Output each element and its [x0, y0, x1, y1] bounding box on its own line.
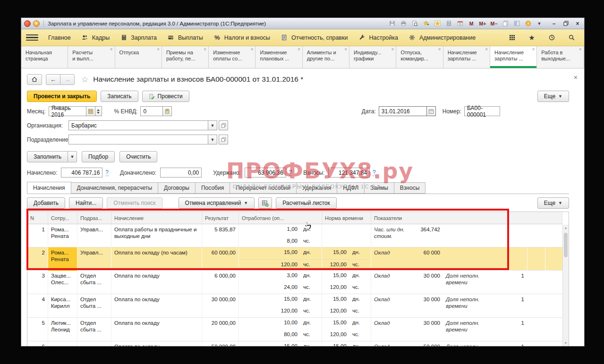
window-tab-9[interactable]: Отпуска,командир...×	[396, 46, 443, 68]
close-tab-icon[interactable]: ×	[438, 47, 441, 52]
organization-dropdown-button[interactable]: ▼	[208, 120, 217, 130]
close-tab-icon[interactable]: ×	[579, 47, 582, 52]
close-icon[interactable]: ×	[574, 20, 581, 27]
more-button-top[interactable]: Еще▼	[537, 91, 569, 102]
subdivision-open-button[interactable]	[219, 135, 228, 144]
cancel-corrections-button[interactable]: Отмена исправлений▼	[179, 197, 255, 209]
close-tab-icon[interactable]: ×	[344, 47, 347, 52]
more-button-table[interactable]: Еще▼	[537, 197, 569, 209]
envd-calculator-button[interactable]	[162, 106, 172, 116]
contributions-value[interactable]: 121 347,84	[328, 168, 370, 178]
help-link[interactable]: ?	[289, 169, 292, 176]
close-tab-icon[interactable]: ×	[251, 47, 254, 52]
table-row[interactable]: 2Рома...РенатаУправл...Оплата по окладу …	[27, 247, 562, 271]
fill-dropdown-icon[interactable]: ▼	[68, 151, 77, 162]
menu-item-payments[interactable]: Выплаты	[162, 29, 208, 46]
window-tab-11[interactable]: Начислениезарплаты ...×	[490, 46, 537, 68]
menu-item-main[interactable]: Главное	[43, 29, 76, 46]
minimize-icon[interactable]: –	[550, 20, 558, 27]
table-row[interactable]: 1Рома...РенатаУправл...Оплата работы в п…	[27, 224, 562, 247]
section-tab-5[interactable]: Перерасчет пособий	[230, 182, 296, 194]
close-tab-icon[interactable]: ×	[298, 47, 300, 52]
section-tab-7[interactable]: НДФЛ	[337, 182, 365, 194]
help-link[interactable]: ?	[373, 169, 376, 176]
favorites-star-icon[interactable]: ★	[527, 34, 536, 42]
menu-caret-icon[interactable]: ▼	[536, 20, 543, 27]
window-tab-6[interactable]: Изменениеплановых ...×	[255, 46, 302, 68]
home-button[interactable]	[27, 74, 42, 85]
copy-icon[interactable]	[502, 20, 509, 27]
post-and-close-button[interactable]: Провести и закрыть	[27, 91, 97, 102]
table-row[interactable]: 3Зацве...Олес...Отделсбыта ...Оплата по …	[27, 271, 562, 294]
window-tab-10[interactable]: Начислениезарплаты ...×	[443, 46, 490, 68]
section-tab-8[interactable]: Займы	[364, 182, 394, 194]
menu-item-reports[interactable]: Отчетность, справки	[275, 29, 353, 46]
clear-button[interactable]: Очистить	[119, 151, 157, 162]
table-row[interactable]: 4Кирса...КириллОтделсбыта ...Оплата по о…	[27, 294, 562, 318]
memory-m-minus-icon[interactable]: M−	[490, 20, 498, 27]
forward-button[interactable]: →	[60, 74, 75, 85]
memory-m-icon[interactable]: M	[468, 20, 475, 27]
menu-item-administration[interactable]: Администрирование	[403, 29, 481, 46]
section-tab-9[interactable]: Взносы	[394, 182, 425, 194]
table-row[interactable]: 6Оплата по окладу50 000,0015,00дн.15,00д…	[27, 341, 562, 346]
column-header-n[interactable]: N	[27, 212, 48, 224]
calendar-icon[interactable]: 31	[456, 20, 464, 27]
close-tab-icon[interactable]: ×	[204, 47, 206, 52]
date-input[interactable]: 31.01.2016	[379, 106, 427, 116]
insert-rows-button[interactable]	[258, 197, 272, 209]
number-input[interactable]: БА00-000001	[464, 106, 500, 116]
menu-item-settings[interactable]: Настройка	[353, 29, 403, 46]
favorites-icon[interactable]	[434, 20, 441, 27]
section-tab-4[interactable]: Пособия	[195, 182, 230, 194]
window-tab-4[interactable]: Приемы наработу, пе...×	[162, 46, 209, 68]
history-icon[interactable]	[547, 34, 556, 42]
window-tab-5[interactable]: Изменениеоплаты со...×	[209, 46, 255, 68]
favorite-star-icon[interactable]: ☆	[81, 75, 88, 85]
organization-open-button[interactable]	[219, 120, 228, 130]
envd-input[interactable]: 0	[140, 106, 163, 116]
close-tab-icon[interactable]: ×	[110, 47, 113, 52]
help-link[interactable]: ?	[105, 169, 109, 176]
split-window-icon[interactable]	[513, 20, 520, 27]
add-favorite-icon[interactable]	[422, 20, 430, 27]
apps-grid-icon[interactable]	[508, 34, 516, 42]
info-icon[interactable]: i	[524, 20, 532, 27]
organization-input[interactable]: Барбарис	[68, 120, 208, 130]
table-row[interactable]: 5Лютик...ЛеонидОтделсбыта ...Оплата по о…	[27, 318, 562, 341]
withheld-value[interactable]: 63 906,36	[245, 168, 286, 178]
close-tab-icon[interactable]: ×	[485, 47, 488, 52]
close-tab-icon[interactable]: ×	[391, 47, 394, 52]
column-header-dept[interactable]: Подраз...	[77, 212, 111, 224]
window-tab-8[interactable]: Индивиду...графики×	[349, 46, 396, 68]
back-button[interactable]: ←	[46, 74, 60, 85]
column-header-worked[interactable]: Отработано (оп...	[239, 212, 322, 224]
cancel-search-button[interactable]: Отменить поиск	[107, 197, 162, 209]
pick-button[interactable]: Подбор	[82, 151, 115, 162]
column-header-emp[interactable]: Сотру...	[48, 212, 77, 224]
post-button[interactable]: Провести	[142, 91, 189, 102]
add-row-button[interactable]: Добавить	[27, 197, 65, 209]
accrued-value[interactable]: 406 787,16	[61, 168, 102, 178]
save-button[interactable]: Записать	[101, 91, 138, 102]
column-header-norm[interactable]: Норма времени	[322, 212, 371, 224]
system-menu-button[interactable]: ▾	[33, 20, 40, 27]
month-spinner[interactable]	[95, 106, 102, 116]
find-button[interactable]: Найти...	[69, 197, 103, 209]
calculator-icon[interactable]	[445, 20, 452, 27]
scroll-up-icon[interactable]: ▲	[563, 226, 569, 229]
month-picker-button[interactable]	[86, 106, 95, 116]
section-tab-1[interactable]: Начисления	[27, 182, 71, 194]
vertical-scrollbar[interactable]: ▲ ▼	[562, 225, 569, 346]
section-tab-6[interactable]: Удержания	[296, 182, 338, 194]
window-tab-7[interactable]: Алименты идругие по...×	[303, 46, 349, 68]
window-tab-12[interactable]: Работа ввыходные...×	[537, 46, 584, 68]
print-preview-icon[interactable]	[411, 20, 418, 27]
print-icon[interactable]	[400, 20, 407, 27]
save-icon[interactable]	[388, 20, 396, 27]
close-tab-icon[interactable]: ×	[157, 47, 160, 52]
column-header-indicators[interactable]: Показатели	[371, 212, 562, 224]
menu-item-salary[interactable]: Зарплата	[115, 29, 162, 46]
additional-accrued-value[interactable]: 0,00	[160, 168, 202, 178]
column-header-result[interactable]: Результат	[202, 212, 239, 224]
